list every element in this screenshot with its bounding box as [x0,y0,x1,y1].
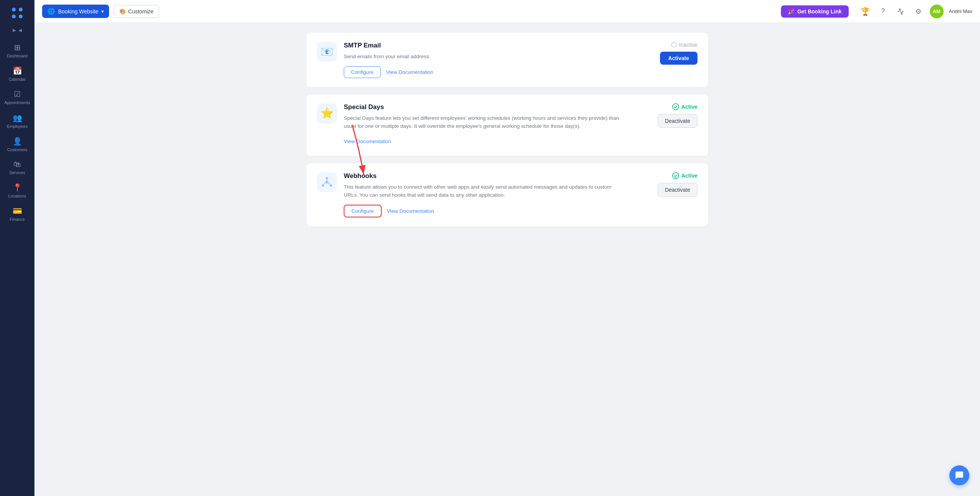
webhooks-status-badge: Active [672,172,697,179]
smtp-email-body: SMTP Email Send emails from your email a… [344,42,637,78]
get-booking-link-label: Get Booking Link [797,8,842,15]
svg-point-3 [19,15,23,18]
sidebar-item-dashboard[interactable]: ⊞ Dashboard [0,39,34,62]
feature-card-special-days: ⭐ Special Days Special Days feature lets… [306,94,709,157]
smtp-email-title: SMTP Email [344,42,637,49]
employees-icon: 👥 [13,113,22,122]
sidebar-item-label: Finance [10,217,24,222]
special-days-body: Special Days Special Days feature lets y… [344,103,637,147]
nav-right-arrow[interactable]: ◀ [18,28,22,33]
smtp-activate-button[interactable]: Activate [660,52,697,65]
webhooks-view-doc-button[interactable]: View Documentation [387,206,434,217]
avatar[interactable]: AM [930,5,944,18]
avatar-initials: AM [933,8,940,14]
special-days-actions: View Documentation [344,136,637,147]
sidebar-item-calendar[interactable]: 📅 Calendar [0,62,34,86]
services-icon: 🛍 [13,160,21,169]
globe-icon: 🌐 [47,8,55,15]
sidebar: ▶ ◀ ⊞ Dashboard 📅 Calendar ☑ Appointment… [0,0,34,496]
webhooks-configure-button[interactable]: Configure [344,205,382,217]
locations-icon: 📍 [13,183,22,192]
sidebar-item-customers[interactable]: 👤 Customers [0,133,34,156]
active-check-icon [672,103,679,110]
content-inner: 📧 SMTP Email Send emails from your email… [297,23,718,242]
svg-point-0 [12,8,16,11]
help-icon[interactable]: ? [877,5,889,18]
webhooks-actions: Configure View Documentation [344,205,637,217]
svg-point-1 [19,8,23,11]
webhooks-deactivate-button[interactable]: Deactivate [658,183,697,197]
webhooks-body: Webhooks This feature allows you to conn… [344,172,637,217]
webhooks-right: Active Deactivate [644,172,697,197]
feature-card-webhooks: Webhooks This feature allows you to conn… [306,163,709,227]
nav-arrows: ▶ ◀ [13,28,22,33]
svg-point-2 [12,15,16,18]
app-logo[interactable] [9,5,26,21]
content: 📧 SMTP Email Send emails from your email… [34,23,980,496]
sidebar-item-label: Locations [8,194,26,199]
sidebar-item-appointments[interactable]: ☑ Appointments [0,86,34,109]
sidebar-item-employees[interactable]: 👥 Employees [0,109,34,133]
smtp-status-badge: Inactive [671,42,697,48]
smtp-email-icon: 📧 [317,42,337,62]
special-days-title: Special Days [344,103,637,111]
dashboard-icon: ⊞ [14,43,21,52]
special-days-icon: ⭐ [317,103,337,123]
svg-point-7 [322,184,324,186]
customize-button[interactable]: 🎨 Customize [114,5,159,18]
finance-icon: 💳 [13,206,22,215]
appointments-icon: ☑ [14,90,21,99]
activity-icon[interactable] [895,5,907,18]
special-days-right: Active Deactivate [644,103,697,128]
svg-point-4 [673,103,679,109]
smtp-email-description: Send emails from your email address. [344,52,619,61]
sidebar-item-services[interactable]: 🛍 Services [0,156,34,179]
topbar-icons: 🏆 ? ⚙ AM Andrii Mav [859,5,972,18]
sidebar-item-label: Employees [7,124,28,129]
sidebar-item-locations[interactable]: 📍 Locations [0,179,34,202]
smtp-email-actions: Configure View Documentation [344,66,637,78]
smtp-email-right: Inactive Activate [644,42,697,65]
svg-point-13 [673,173,679,179]
sidebar-item-label: Appointments [4,100,30,105]
webhooks-title: Webhooks [344,172,637,180]
chat-bubble[interactable] [949,465,969,485]
webhooks-description: This feature allows you to connect with … [344,183,619,199]
special-days-status-badge: Active [672,103,697,110]
inactive-circle-icon [671,42,677,47]
special-days-status-label: Active [681,104,697,110]
sidebar-item-finance[interactable]: 💳 Finance [0,202,34,226]
svg-point-8 [330,184,332,186]
nav-left-arrow[interactable]: ▶ [13,28,16,33]
webhooks-status-label: Active [681,173,697,179]
settings-icon[interactable]: ⚙ [912,5,924,18]
webhooks-active-check-icon [672,172,679,179]
sidebar-item-label: Dashboard [7,54,28,59]
sidebar-item-label: Services [9,170,25,175]
chat-icon [955,471,964,480]
sidebar-item-label: Calendar [9,77,26,82]
customers-icon: 👤 [13,137,22,146]
booking-website-button[interactable]: 🌐 Booking Website ▾ [42,5,109,18]
link-icon: 🎉 [788,8,794,15]
trophy-icon[interactable]: 🏆 [859,5,872,18]
get-booking-link-button[interactable]: 🎉 Get Booking Link [781,5,849,18]
topbar: 🌐 Booking Website ▾ 🎨 Customize 🎉 Get Bo… [34,0,980,23]
svg-point-9 [326,177,328,179]
chevron-down-icon: ▾ [101,9,104,14]
customize-label: Customize [128,8,154,15]
feature-card-smtp-email: 📧 SMTP Email Send emails from your email… [306,32,709,88]
user-name[interactable]: Andrii Mav [949,8,972,14]
customize-icon: 🎨 [119,8,126,15]
smtp-status-label: Inactive [679,42,697,48]
main-area: 🌐 Booking Website ▾ 🎨 Customize 🎉 Get Bo… [34,0,980,496]
smtp-view-doc-button[interactable]: View Documentation [386,67,434,78]
booking-website-label: Booking Website [58,8,98,15]
webhooks-icon [317,172,337,192]
special-days-view-doc-button[interactable]: View Documentation [344,136,391,147]
calendar-icon: 📅 [13,66,22,75]
special-days-deactivate-button[interactable]: Deactivate [658,114,697,128]
smtp-configure-button[interactable]: Configure [344,66,381,78]
sidebar-item-label: Customers [7,147,27,152]
special-days-description: Special Days feature lets you set differ… [344,114,619,131]
